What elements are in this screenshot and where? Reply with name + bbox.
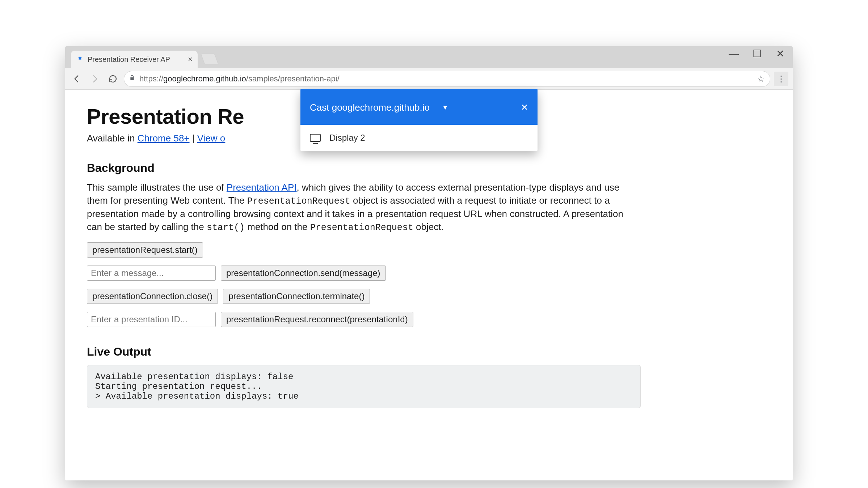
browser-toolbar: https://googlechrome.github.io/samples/p… (65, 68, 793, 90)
browser-menu-button[interactable]: ⋮ (774, 72, 788, 86)
presentation-api-link[interactable]: Presentation API (227, 182, 297, 193)
new-tab-button[interactable] (201, 54, 219, 64)
send-button[interactable]: presentationConnection.send(message) (221, 266, 386, 281)
background-paragraph: This sample illustrates the use of Prese… (87, 181, 641, 234)
browser-window: Presentation Receiver AP × — ☐ ✕ (65, 46, 793, 480)
message-input[interactable] (87, 266, 216, 281)
browser-tab[interactable]: Presentation Receiver AP × (71, 51, 198, 68)
url-text: https://googlechrome.github.io/samples/p… (139, 74, 340, 84)
window-controls: — ☐ ✕ (726, 48, 788, 60)
tab-title: Presentation Receiver AP (88, 55, 188, 64)
display-icon (310, 134, 321, 142)
cast-close-icon[interactable]: ✕ (521, 102, 528, 113)
terminate-button[interactable]: presentationConnection.terminate() (223, 289, 370, 304)
window-maximize-icon[interactable]: ☐ (749, 48, 764, 60)
window-minimize-icon[interactable]: — (726, 48, 741, 60)
bookmark-star-icon[interactable]: ☆ (757, 74, 765, 84)
cast-popup: Cast googlechrome.github.io ▼ ✕ Display … (300, 89, 538, 151)
cast-popup-title: Cast googlechrome.github.io (310, 102, 430, 113)
window-close-icon[interactable]: ✕ (772, 48, 788, 60)
reload-button[interactable] (106, 72, 120, 86)
favicon-icon (76, 55, 84, 63)
tab-close-icon[interactable]: × (188, 55, 193, 64)
forward-button[interactable] (88, 72, 102, 86)
cast-device-row[interactable]: Display 2 (300, 125, 538, 151)
background-heading: Background (87, 161, 771, 175)
reconnect-button[interactable]: presentationRequest.reconnect(presentati… (221, 312, 413, 327)
address-bar[interactable]: https://googlechrome.github.io/samples/p… (124, 71, 770, 87)
tab-strip: Presentation Receiver AP × — ☐ ✕ (65, 46, 793, 68)
live-output-box: Available presentation displays: false S… (87, 365, 641, 408)
live-output-heading: Live Output (87, 345, 771, 358)
start-button[interactable]: presentationRequest.start() (87, 242, 203, 258)
back-button[interactable] (69, 72, 84, 86)
chevron-down-icon[interactable]: ▼ (442, 104, 448, 111)
chrome-version-link[interactable]: Chrome 58+ (138, 133, 190, 144)
view-on-link[interactable]: View o (197, 133, 226, 144)
presentation-id-input[interactable] (87, 312, 216, 327)
cast-popup-header: Cast googlechrome.github.io ▼ ✕ (300, 90, 538, 125)
lock-icon (129, 75, 135, 83)
cast-device-name: Display 2 (329, 133, 365, 143)
close-button[interactable]: presentationConnection.close() (87, 289, 218, 304)
